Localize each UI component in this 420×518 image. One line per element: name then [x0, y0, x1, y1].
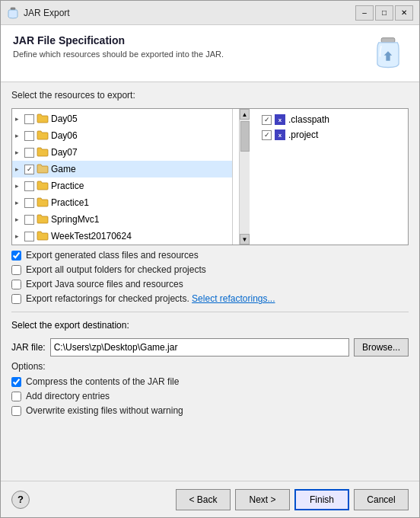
header-section: JAR File Specification Define which reso…	[1, 25, 419, 82]
title-bar-controls: – □ ✕	[355, 5, 413, 21]
folder-icon	[37, 213, 51, 226]
option-overwrite-label: Overwrite existing files without warning	[26, 405, 183, 416]
tree-item-day06[interactable]: ▸ Day06	[12, 127, 232, 144]
export-option-4-row[interactable]: Export refactorings for checked projects…	[11, 293, 409, 304]
tree-item-checkbox-game[interactable]	[24, 165, 34, 174]
scroll-thumb[interactable]	[240, 121, 250, 152]
option-compress-checkbox[interactable]	[11, 377, 21, 387]
jar-icon	[369, 34, 407, 72]
chevron-right-icon: ▸	[15, 115, 24, 123]
tree-item-game[interactable]: ▸ Game	[12, 161, 232, 177]
tree-item-label-day06: Day06	[51, 130, 78, 141]
help-button[interactable]: ?	[11, 491, 30, 509]
option-compress-row[interactable]: Compress the contents of the JAR file	[11, 376, 409, 387]
export-option-1-checkbox[interactable]	[11, 251, 21, 261]
option-dir-row[interactable]: Add directory entries	[11, 391, 409, 401]
option-overwrite-checkbox[interactable]	[11, 406, 21, 416]
resources-section-label: Select the resources to export:	[11, 90, 409, 101]
next-button[interactable]: Next >	[235, 489, 290, 510]
folder-icon	[37, 197, 51, 209]
tree-item-label-springmvc1: SpringMvc1	[51, 214, 99, 225]
folder-icon	[37, 163, 51, 176]
tree-item-checkbox-day05[interactable]	[24, 114, 34, 124]
right-panel-item[interactable]: x.classpath	[259, 112, 405, 127]
header-text: JAR File Specification Define which reso…	[13, 34, 369, 59]
chevron-right-icon: ▸	[15, 165, 24, 173]
tree-scrollbar[interactable]: ▲ ▼	[239, 109, 250, 245]
minimize-button[interactable]: –	[355, 5, 374, 21]
tree-item-label-day07: Day07	[51, 147, 78, 158]
close-button[interactable]: ✕	[395, 5, 413, 21]
select-refactorings-link[interactable]: Select refactorings...	[192, 293, 275, 304]
chevron-right-icon: ▸	[15, 149, 24, 156]
tree-panel[interactable]: ▸ Day05▸ Day06▸ Day07▸ Game▸ Practice▸ P…	[12, 109, 233, 245]
dialog-window: JAR Export – □ ✕ JAR File Specification …	[0, 0, 420, 518]
tree-item-weektest[interactable]: ▸ WeekTest20170624	[12, 228, 232, 245]
x-badge-icon: x	[275, 114, 285, 125]
chevron-right-icon: ▸	[15, 216, 24, 223]
right-panel: x.classpathx.project	[256, 109, 408, 245]
back-button[interactable]: < Back	[176, 489, 231, 510]
chevron-right-icon: ▸	[15, 232, 24, 240]
right-item-checkbox[interactable]	[262, 115, 272, 125]
export-option-1-row[interactable]: Export generated class files and resourc…	[11, 250, 409, 261]
jar-file-label: JAR file:	[11, 342, 46, 353]
right-item-label: .project	[288, 130, 318, 140]
header-title: JAR File Specification	[13, 34, 369, 46]
tree-item-day07[interactable]: ▸ Day07	[12, 144, 232, 161]
export-option-3-row[interactable]: Export Java source files and resources	[11, 279, 409, 289]
tree-item-springmvc1[interactable]: ▸ SpringMvc1	[12, 211, 232, 228]
right-panel-item[interactable]: x.project	[259, 127, 405, 142]
export-option-3-checkbox[interactable]	[11, 280, 21, 289]
tree-item-checkbox-day06[interactable]	[24, 131, 34, 141]
chevron-right-icon: ▸	[15, 182, 24, 190]
export-option-2-checkbox[interactable]	[11, 265, 21, 275]
resources-panel: ▸ Day05▸ Day06▸ Day07▸ Game▸ Practice▸ P…	[11, 108, 409, 245]
finish-button[interactable]: Finish	[294, 489, 349, 510]
jar-file-input[interactable]	[50, 338, 349, 357]
jar-file-row: JAR file: Browse...	[11, 338, 409, 357]
tree-item-practice1[interactable]: ▸ Practice1	[12, 194, 232, 211]
export-options-section: Export generated class files and resourc…	[11, 250, 409, 304]
tree-item-checkbox-springmvc1[interactable]	[24, 215, 34, 225]
option-dir-checkbox[interactable]	[11, 392, 21, 401]
chevron-right-icon: ▸	[15, 132, 24, 139]
options-label: Options:	[11, 361, 409, 372]
tree-item-checkbox-practice1[interactable]	[24, 198, 34, 208]
scroll-down-arrow[interactable]: ▼	[240, 234, 250, 245]
title-bar-text: JAR Export	[24, 8, 355, 18]
maximize-button[interactable]: □	[375, 5, 393, 21]
separator-1	[11, 312, 409, 312]
options-section: Compress the contents of the JAR file Ad…	[11, 376, 409, 416]
export-option-2-label: Export all output folders for checked pr…	[26, 264, 206, 275]
export-option-4-label: Export refactorings for checked projects…	[26, 293, 275, 304]
tree-item-practice[interactable]: ▸ Practice	[12, 177, 232, 194]
right-item-label: .classpath	[288, 114, 329, 125]
folder-icon	[37, 230, 51, 243]
export-option-2-row[interactable]: Export all output folders for checked pr…	[11, 264, 409, 275]
scroll-up-arrow[interactable]: ▲	[240, 109, 250, 120]
tree-item-day05[interactable]: ▸ Day05	[12, 110, 232, 127]
folder-icon	[37, 180, 51, 193]
footer: ? < Back Next > Finish Cancel	[1, 481, 419, 517]
main-content: Select the resources to export: ▸ Day05▸…	[1, 82, 419, 481]
option-overwrite-row[interactable]: Overwrite existing files without warning	[11, 405, 409, 416]
tree-item-checkbox-day07[interactable]	[24, 148, 34, 158]
tree-item-checkbox-weektest[interactable]	[24, 232, 34, 241]
export-option-4-checkbox[interactable]	[11, 294, 21, 304]
export-dest-label: Select the export destination:	[11, 320, 409, 331]
folder-icon	[37, 113, 51, 126]
cancel-button[interactable]: Cancel	[354, 489, 409, 510]
tree-item-label-practice: Practice	[51, 181, 84, 191]
option-dir-label: Add directory entries	[26, 391, 110, 401]
tree-item-checkbox-practice[interactable]	[24, 181, 34, 191]
browse-button[interactable]: Browse...	[354, 338, 409, 357]
folder-icon	[37, 130, 51, 142]
export-option-1-label: Export generated class files and resourc…	[26, 250, 199, 261]
chevron-right-icon: ▸	[15, 199, 24, 206]
footer-left: ?	[11, 491, 30, 509]
tree-item-label-day05: Day05	[51, 114, 78, 124]
x-badge-icon: x	[275, 130, 285, 140]
svg-rect-0	[11, 8, 15, 10]
right-item-checkbox[interactable]	[262, 130, 272, 140]
